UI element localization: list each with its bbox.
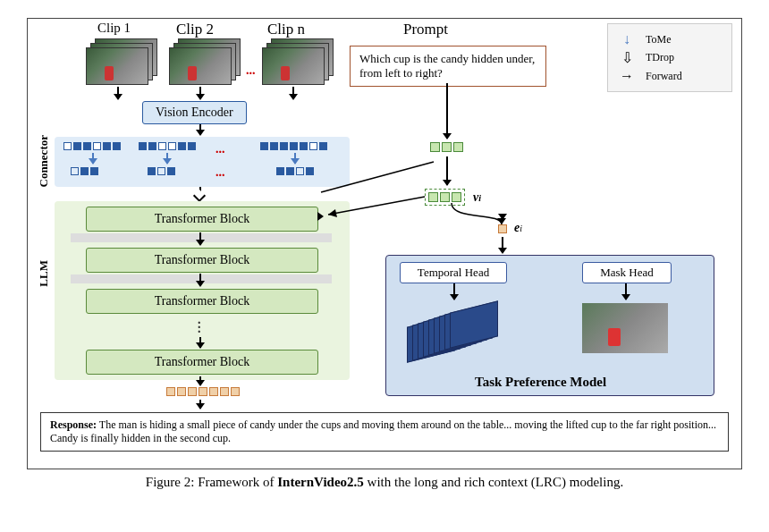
tome-icon: ↓ <box>615 31 638 47</box>
vision-encoder-label: Vision Encoder <box>156 106 233 119</box>
caption-suffix: with the long and rich context (LRC) mod… <box>364 475 623 489</box>
temporal-stack <box>407 307 523 378</box>
vision-encoder: Vision Encoder <box>142 101 247 124</box>
mask-output-image <box>582 303 668 353</box>
ei-sub: i <box>520 224 522 233</box>
arrow-clip1-down <box>117 87 119 99</box>
tblock-1: Transformer Block <box>86 207 318 232</box>
arrow-temporal-down <box>453 283 455 300</box>
arrow-connector-to-prompt <box>319 158 444 194</box>
arrow-clip2-down <box>199 87 201 99</box>
tok-row-2c <box>276 167 314 175</box>
connector-side-label: Connector <box>37 135 51 188</box>
tblock-3: Transformer Block <box>86 289 318 314</box>
arrow-clipn-down <box>292 87 294 99</box>
prompt-tokens-1 <box>430 142 463 152</box>
tok-row-1b <box>139 142 196 150</box>
mask-head-label: Mask Head <box>600 266 654 279</box>
arrow-tb2-tb3 <box>199 274 201 286</box>
clip2-label: Clip 2 <box>176 21 214 38</box>
arrow-ei-tpm <box>502 237 503 253</box>
clipn-label: Clip n <box>267 21 305 38</box>
arrow-mask-down <box>625 283 627 300</box>
legend-tome: ToMe <box>646 33 672 46</box>
caption-prefix: Figure 2: Framework of <box>146 475 277 489</box>
tblock-1-label: Transformer Block <box>155 212 249 225</box>
clip1-stack <box>86 38 157 83</box>
tok-row-2a <box>71 167 98 175</box>
tdrop-arrow <box>199 187 201 199</box>
svg-marker-0 <box>328 209 337 217</box>
tpm-title: Task Preference Model <box>475 375 606 390</box>
vi-sub: i <box>478 193 481 203</box>
arrow-vi-to-ei <box>448 203 520 226</box>
tome-arrow-3 <box>294 153 296 164</box>
tok-dots1: ... <box>215 142 225 156</box>
arrow-tb3-tb4 <box>199 337 201 348</box>
tok-row-1a <box>63 142 121 150</box>
arrow-out-response <box>199 400 201 409</box>
tome-arrow-2 <box>166 153 168 164</box>
tdrop-icon: ⇩ <box>615 49 638 66</box>
arrow-tb1-tb2 <box>199 232 201 245</box>
temporal-head-label: Temporal Head <box>418 266 489 279</box>
output-tokens <box>166 387 240 396</box>
tblock-3-label: Transformer Block <box>155 294 249 308</box>
tblock-vdots: ··· <box>198 321 201 334</box>
figure-caption: Figure 2: Framework of InternVideo2.5 wi… <box>27 475 742 490</box>
tblock-n-label: Transformer Block <box>155 355 249 368</box>
ei-token <box>498 224 507 233</box>
caption-bold: InternVideo2.5 <box>277 475 364 489</box>
tblock-n: Transformer Block <box>86 350 318 375</box>
tblock-2: Transformer Block <box>86 248 318 273</box>
tok-dots2: ... <box>215 165 225 180</box>
temporal-head: Temporal Head <box>400 262 507 283</box>
prompt-box: Which cup is the candy hidden under, fro… <box>350 46 546 87</box>
response-label: Response: <box>50 418 97 431</box>
prompt-title: Prompt <box>403 21 448 38</box>
svg-marker-1 <box>497 218 506 224</box>
tblock-2-label: Transformer Block <box>155 253 249 266</box>
arrow-prompt-down1 <box>446 83 448 139</box>
arrow-vi-to-llm <box>319 193 427 220</box>
tome-arrow-1 <box>92 153 94 164</box>
arrow-venc-down <box>199 124 201 135</box>
arrow-prompt-down2 <box>446 156 448 185</box>
response-text: The man is hiding a small piece of candy… <box>50 418 716 444</box>
mask-head: Mask Head <box>582 262 672 283</box>
clip2-stack <box>169 38 241 83</box>
clip1-label: Clip 1 <box>97 21 131 36</box>
tok-row-1c <box>260 142 327 150</box>
llm-side-label: LLM <box>37 260 51 287</box>
architecture-diagram: Clip 1 Clip 2 Clip n Prompt ... Which cu… <box>27 18 742 469</box>
tok-row-2b <box>148 167 175 175</box>
response-box: Response: The man is hiding a small piec… <box>40 412 729 452</box>
legend: ↓ToMe ⇩TDrop →Forward <box>607 23 732 92</box>
arrow-llm-out <box>199 376 201 385</box>
prompt-text: Which cup is the candy hidden under, fro… <box>359 52 535 80</box>
ei-label: ei <box>514 221 522 235</box>
clip-ellipsis: ... <box>246 63 256 78</box>
forward-icon: → <box>615 68 638 84</box>
clipn-stack <box>262 38 334 83</box>
legend-forward: Forward <box>646 70 682 83</box>
legend-tdrop: TDrop <box>646 51 674 64</box>
